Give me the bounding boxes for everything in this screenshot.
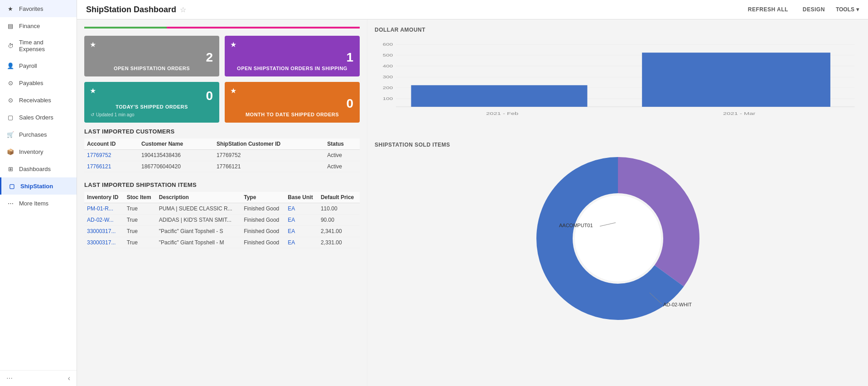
open-orders-number: 2 (91, 51, 213, 64)
stat-card-month-shipped[interactable]: ★ 0 MONTH TO DATE SHIPPED ORDERS (225, 82, 360, 123)
tools-label: TOOLS (836, 6, 854, 13)
customer-account-id[interactable]: 17769752 (84, 150, 139, 161)
item-type: Finished Good (241, 203, 285, 214)
sidebar-icon-shipstation: ▢ (8, 182, 16, 190)
sidebar-icon-inventory: 📦 (6, 148, 14, 156)
table-row: 33000317... True "Pacific" Giant Topshel… (84, 237, 360, 248)
ss-customer-id: 17769752 (214, 150, 324, 161)
sidebar-bottom: ⋯ ‹ (0, 370, 77, 386)
last-imported-customers-section: LAST IMPORTED CUSTOMERS Account ID Custo… (84, 128, 360, 172)
item-type: Finished Good (241, 237, 285, 248)
item-description: "Pacific" Giant Topshell - M (156, 237, 241, 248)
sidebar-collapse-button[interactable]: ‹ (68, 374, 70, 382)
sidebar-icon-payroll: 👤 (6, 62, 14, 70)
donut-label-ad02whit: AD-02-WHIT (663, 302, 692, 307)
bar-mar (642, 52, 830, 107)
favorite-star-icon[interactable]: ☆ (180, 5, 186, 14)
table-row: AD-02-W... True ADIDAS | KID'S STAN SMIT… (84, 214, 360, 226)
sidebar-icon-dashboards: ⊞ (6, 165, 14, 173)
item-inventory-id[interactable]: 33000317... (84, 237, 124, 248)
sold-items-section: SHIPSTATION SOLD ITEMS AACOMPUT01 AD-02 (375, 142, 861, 324)
svg-text:400: 400 (383, 64, 393, 68)
updated-text: Updated 1 min ago (96, 112, 135, 117)
tools-chevron-icon: ▾ (856, 6, 859, 13)
item-type: Finished Good (241, 214, 285, 226)
svg-text:2021 - Mar: 2021 - Mar (723, 111, 755, 116)
design-button[interactable]: DESIGN (799, 5, 829, 14)
sidebar-label-finance: Finance (19, 23, 40, 29)
items-table-header: Inventory ID Stoc Item Description Type … (84, 192, 360, 203)
sidebar-label-payroll: Payroll (19, 62, 37, 69)
sidebar-label-time-expenses: Time and Expenses (19, 39, 70, 52)
sidebar-item-payables[interactable]: ⊙Payables (0, 74, 77, 91)
col-account-id: Account ID (84, 138, 139, 150)
refresh-all-button[interactable]: REFRESH ALL (744, 5, 792, 14)
item-description: PUMA | SUEDE CLASSIC R... (156, 203, 241, 214)
sidebar-icon-payables: ⊙ (6, 79, 14, 87)
svg-text:600: 600 (383, 42, 393, 46)
table-row: 17769752 1904135438436 17769752 Active (84, 150, 360, 161)
sidebar-label-dashboards: Dashboards (19, 166, 51, 172)
sidebar-item-purchases[interactable]: 🛒Purchases (0, 126, 77, 143)
sidebar: ★Favorites▤Finance⏱Time and Expenses👤Pay… (0, 0, 77, 386)
item-description: "Pacific" Giant Topshell - S (156, 226, 241, 237)
bar-feb (411, 85, 587, 107)
item-inventory-id[interactable]: PM-01-R... (84, 203, 124, 214)
item-base-unit[interactable]: EA (285, 214, 318, 226)
sidebar-item-more-items[interactable]: ⋯More Items (0, 195, 77, 212)
sidebar-label-sales-orders: Sales Orders (19, 114, 53, 121)
sidebar-item-time-expenses[interactable]: ⏱Time and Expenses (0, 34, 77, 57)
open-orders-shipping-label: OPEN SHIPSTATION ORDERS IN SHIPPING (231, 66, 353, 71)
sidebar-item-payroll[interactable]: 👤Payroll (0, 57, 77, 74)
stat-cards-row-1: ★ 2 OPEN SHIPSTATION ORDERS ★ 1 OPEN SHI… (84, 36, 360, 76)
item-default-price: 2,341.00 (318, 226, 360, 237)
col-default-price: Default Price (318, 192, 360, 203)
sidebar-item-sales-orders[interactable]: ▢Sales Orders (0, 109, 77, 126)
customers-table-body: 17769752 1904135438436 17769752 Active 1… (84, 150, 360, 172)
sidebar-icon-purchases: 🛒 (6, 130, 14, 138)
sidebar-dots[interactable]: ⋯ (6, 375, 13, 382)
tools-dropdown[interactable]: TOOLS ▾ (836, 6, 859, 13)
sidebar-icon-time-expenses: ⏱ (6, 42, 14, 50)
sold-items-title: SHIPSTATION SOLD ITEMS (375, 142, 861, 148)
col-status: Status (324, 138, 360, 150)
donut-chart-container: AACOMPUT01 AD-02-WHIT (375, 152, 861, 324)
item-stoc-item: True (124, 214, 156, 226)
sidebar-item-receivables[interactable]: ⊙Receivables (0, 91, 77, 109)
item-base-unit[interactable]: EA (285, 226, 318, 237)
sidebar-icon-more-items: ⋯ (6, 199, 14, 207)
sidebar-item-shipstation[interactable]: ▢ShipStation (0, 177, 77, 195)
item-default-price: 90.00 (318, 214, 360, 226)
col-base-unit: Base Unit (285, 192, 318, 203)
items-table-body: PM-01-R... True PUMA | SUEDE CLASSIC R..… (84, 203, 360, 248)
donut-center (575, 195, 661, 281)
card-star-icon-2: ★ (230, 40, 236, 49)
stat-card-open-orders-shipping[interactable]: ★ 1 OPEN SHIPSTATION ORDERS IN SHIPPING (225, 36, 360, 76)
card-star-icon-4: ★ (230, 86, 236, 95)
sidebar-item-dashboards[interactable]: ⊞Dashboards (0, 160, 77, 177)
item-base-unit[interactable]: EA (285, 203, 318, 214)
donut-label-aacomput01: AACOMPUT01 (559, 223, 593, 228)
stat-card-open-orders[interactable]: ★ 2 OPEN SHIPSTATION ORDERS (84, 36, 219, 76)
sidebar-item-finance[interactable]: ▤Finance (0, 17, 77, 34)
page-title: ShipStation Dashboard (86, 5, 176, 14)
customer-name: 1904135438436 (139, 150, 214, 161)
progress-bar-pink (167, 27, 360, 29)
item-inventory-id[interactable]: 33000317... (84, 226, 124, 237)
sidebar-item-inventory[interactable]: 📦Inventory (0, 143, 77, 160)
item-base-unit[interactable]: EA (285, 237, 318, 248)
item-inventory-id[interactable]: AD-02-W... (84, 214, 124, 226)
right-panel: DOLLAR AMOUNT 600 500 400 300 200 100 (367, 19, 868, 386)
item-type: Finished Good (241, 226, 285, 237)
progress-bars-row (84, 27, 360, 29)
sidebar-item-favorites[interactable]: ★Favorites (0, 0, 77, 17)
card-star-icon-3: ★ (90, 86, 96, 95)
col-ss-customer-id: ShipStation Customer ID (214, 138, 324, 150)
sidebar-items: ★Favorites▤Finance⏱Time and Expenses👤Pay… (0, 0, 77, 212)
sidebar-icon-favorites: ★ (6, 5, 14, 13)
svg-text:200: 200 (383, 86, 393, 90)
stat-card-today-shipped[interactable]: ★ 0 TODAY'S SHIPPED ORDERS ↺ Updated 1 m… (84, 82, 219, 123)
sidebar-icon-receivables: ⊙ (6, 96, 14, 104)
col-inventory-id: Inventory ID (84, 192, 124, 203)
customer-account-id[interactable]: 17766121 (84, 161, 139, 172)
